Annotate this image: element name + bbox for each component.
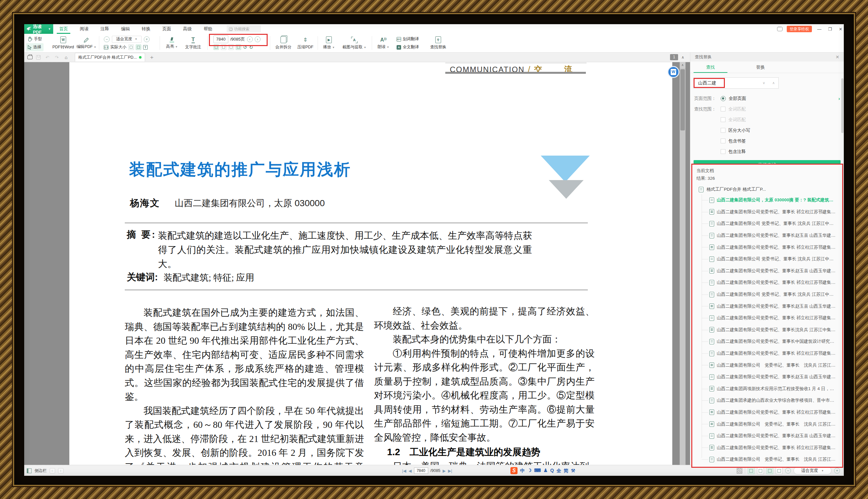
option-checkbox[interactable] (721, 117, 725, 122)
ime-glyph[interactable]: 全 (557, 468, 561, 474)
statusbar-zoom-select[interactable]: 适合宽度▼ (794, 467, 832, 475)
ribbon-tab[interactable]: 阅读 (74, 24, 94, 34)
hand-tool-button[interactable]: 手型 (26, 35, 44, 43)
ime-glyph[interactable]: ♟ (543, 468, 547, 474)
scroll-up-arrow-icon[interactable]: ∧ (680, 62, 686, 68)
next-page-button2[interactable]: ▶ (443, 468, 446, 473)
fit-page-icon[interactable] (128, 45, 134, 50)
panel-scrollbar-thumb[interactable] (841, 78, 844, 133)
search-result-item[interactable]: 山西二建集团有限公司 党委书记、董事长 沈良兵 江苏江中集团有限... (692, 418, 841, 430)
ribbon-tab[interactable]: 高级 (177, 24, 198, 34)
statusbar-zoom-out-button[interactable]: − (785, 468, 791, 474)
ime-glyph[interactable]: ⌨ (534, 468, 541, 474)
first-page-button[interactable]: |◀ (402, 468, 406, 473)
ribbon-tab[interactable]: 首页 (53, 24, 74, 34)
search-result-item[interactable]: 山西二建集团有限公司 党委书记、董事长 沈良兵 江苏江中集团有限公司... (692, 289, 841, 301)
highlight-button[interactable]: 高亮 ▼ (164, 35, 180, 51)
background-toggle-icon[interactable] (737, 468, 742, 474)
app-logo[interactable]: 迅读PDF ▼ (24, 24, 53, 34)
select-tool-button[interactable]: 选择 (26, 43, 44, 51)
find-previous-icon[interactable]: ∨ (759, 78, 769, 88)
history-back-button[interactable]: ‹ (50, 468, 55, 474)
print-icon[interactable] (27, 56, 33, 59)
fulltext-translate-button[interactable]: A 全文翻译 (395, 43, 425, 51)
search-result-item[interactable]: 山西二建集团有限公司 党委书记、董事长 沈良兵 江苏江中集团有限... (692, 453, 841, 465)
search-result-item[interactable]: 山西二建集团有限公司，太原 030000摘 要：? 装配式建筑的建造以工... (692, 194, 841, 206)
search-result-item[interactable]: 山西二建集团有限公司 党委书记、董事长 沈良兵 江苏江中集团有限公司... (692, 253, 841, 265)
pdf-to-word-button[interactable]: W PDF转Word (52, 35, 74, 51)
search-result-item[interactable]: 山西二建集团有限公司党委书记、董事长中国建筑设计研究院顾问总工程... (692, 336, 841, 348)
continuous-layout-icon[interactable] (766, 467, 773, 474)
document-viewport[interactable]: COMMUNICATION / 交 流 装配式建筑的推广与应用浅析 杨海文 山西… (24, 62, 690, 465)
text-annotation-button[interactable]: T 文字批注 (183, 35, 203, 51)
option-checkbox[interactable] (721, 128, 725, 133)
sidebar-toggle-icon[interactable] (27, 468, 32, 473)
two-page-layout-icon[interactable] (757, 467, 764, 474)
edit-pdf-button[interactable]: 编辑PDF ▼ (76, 35, 96, 51)
option-checkbox[interactable] (721, 138, 725, 143)
ribbon-tab[interactable]: 转换 (136, 24, 156, 34)
search-result-item[interactable]: 山西二建集团有限公司 党委书记、董事长 沈良兵 江苏江中集团有限公司... (692, 218, 841, 230)
statusbar-zoom-in-button[interactable]: + (834, 468, 840, 474)
save-icon[interactable] (36, 55, 40, 60)
ime-glyph[interactable]: Q (550, 468, 554, 474)
text-view-icon[interactable]: T (143, 45, 148, 50)
ribbon-tab[interactable]: 页面 (156, 24, 177, 34)
tab-find[interactable]: 查找 (693, 64, 727, 70)
ime-wrench-icon[interactable]: ⚒ (571, 468, 575, 473)
close-button[interactable]: ✕ (837, 27, 844, 32)
compress-pdf-button[interactable]: ⇕ 压缩PDF (296, 35, 315, 51)
login-button[interactable]: 登录享特权 (787, 26, 812, 32)
ribbon-tab[interactable]: 帮助 (198, 24, 218, 34)
sogou-ime-logo[interactable]: S (510, 467, 518, 474)
statusbar-page-input[interactable]: 7840 (414, 467, 428, 474)
fit-width-icon[interactable] (136, 45, 141, 50)
ime-glyph[interactable]: 中 (520, 468, 525, 474)
document-tab[interactable]: 格式工厂PDF合并 格式工厂PD... (75, 53, 145, 62)
page-range-expand-chevron[interactable]: › (839, 96, 840, 101)
play-button[interactable]: ▶ 播放 ▼ (321, 35, 337, 51)
redo-icon[interactable]: ↷ (53, 55, 60, 60)
feature-search-box[interactable]: 功能搜索 (227, 25, 261, 33)
home-icon[interactable]: ⌂ (63, 55, 69, 60)
tab-replace[interactable]: 替换 (744, 64, 777, 70)
minimize-button[interactable]: — (816, 27, 822, 32)
zoom-in-button[interactable]: + (144, 36, 150, 42)
convert-to-word-floating-button[interactable]: W (667, 66, 679, 78)
search-result-item[interactable]: 山西二建集团有限公司党委书记、董事长 祁立柱江苏邗建集团有限公司... (692, 406, 841, 418)
search-result-item[interactable]: 山西二建集团承建的山西农业大学综合教学楼项目、晋中市公共租赁住房... (692, 394, 841, 406)
find-replace-button[interactable]: ⚲ 查找替换 (428, 35, 449, 51)
zoom-level-select[interactable]: 适合宽度▼ (112, 36, 142, 43)
all-pages-radio[interactable] (721, 96, 726, 101)
ime-glyph[interactable]: ☽ (527, 468, 532, 474)
word-translate-button[interactable]: A+ 划词翻译 (395, 35, 425, 43)
screenshot-extract-button[interactable]: A 截图与提取 ▼ (340, 35, 369, 51)
zoom-out-button[interactable]: − (104, 36, 110, 42)
search-result-item[interactable]: 山西二建集团有限公司党委书记、董事长赵玉喜 山西玉华建设集团有限... (692, 430, 841, 442)
search-result-item[interactable]: 山西二建集团有限公司党委书记、董事长 祁立柱江苏邗建集团有限公司... (692, 277, 841, 289)
new-tab-button[interactable]: ＋ (149, 53, 154, 61)
whole-word-checkbox[interactable] (721, 107, 725, 111)
results-tree-parent[interactable]: 格式工厂PDF合并 格式工厂P... (692, 185, 841, 194)
search-result-item[interactable]: 山西二建集团有限公司党委书记、董事长沈良兵 江苏江中集团有限公司... (692, 324, 841, 336)
read-aloud-button[interactable]: A⁾⁾ 朗读 ▼ (375, 35, 392, 51)
search-result-item[interactable]: 山西二建集团有限公司党委书记、董事长 祁立柱江苏邗建集团有限公司... (692, 206, 841, 218)
search-result-item[interactable]: 山西二建集团两项新技术应用示范工程接受验收1 月 4 日，山西二建集团... (692, 383, 841, 395)
history-forward-button[interactable]: › (58, 468, 63, 474)
search-result-item[interactable]: 山西二建集团有限公司 党委书记、董事长 沈良兵 江苏江中集团有限... (692, 359, 841, 371)
undo-icon[interactable]: ↶ (44, 55, 51, 60)
panel-close-icon[interactable]: ✕ (835, 54, 839, 60)
search-result-item[interactable]: 山西二建集团有限公司党委书记、董事长赵玉喜 山西玉华建设集团有限... (692, 265, 841, 277)
two-page-continuous-layout-icon[interactable] (776, 467, 783, 474)
search-result-item[interactable]: 山西二建集团有限公司党委书记、董事长 祁立柱江苏邗建集团有限公司... (692, 241, 841, 253)
single-page-layout-icon[interactable] (748, 467, 754, 474)
document-scrollbar-thumb[interactable] (680, 69, 685, 131)
actual-size-icon[interactable]: 1:1 (104, 45, 108, 50)
actual-size-label[interactable]: 实际大小 (110, 45, 127, 50)
prev-page-button[interactable]: ◀ (408, 468, 412, 473)
app-menu-caret-icon[interactable]: ▼ (48, 27, 51, 31)
search-result-item[interactable]: 山西二建集团有限公司党委书记、董事长赵玉喜 山西玉华建设集团有限... (692, 230, 841, 242)
search-result-item[interactable]: 山西二建集团有限公司党委书记、董事长 祁立柱江苏邗建集团有限公司... (692, 442, 841, 453)
find-input[interactable]: 山西二建 ∨ ∧ (693, 77, 779, 88)
ribbon-tab[interactable]: 注释 (94, 24, 115, 34)
